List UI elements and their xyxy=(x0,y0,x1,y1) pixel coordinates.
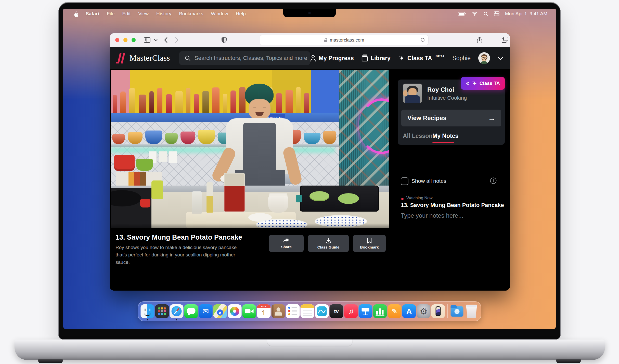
masterclass-mark-icon xyxy=(116,53,125,63)
dock-trash-icon[interactable] xyxy=(465,304,479,318)
menu-view[interactable]: View xyxy=(138,11,149,17)
dock-appstore-icon[interactable]: A xyxy=(402,304,416,318)
sparkle-icon xyxy=(472,81,477,86)
red-basket xyxy=(114,155,135,171)
back-button[interactable] xyxy=(164,37,167,43)
safari-running-dot xyxy=(176,319,177,320)
glass-carafe xyxy=(192,191,202,214)
dock-launchpad-icon[interactable] xyxy=(155,304,169,318)
dock-facetime-icon[interactable] xyxy=(242,304,256,318)
facetime-camera xyxy=(308,12,311,14)
menu-edit[interactable]: Edit xyxy=(122,11,131,17)
dock-keynote-icon[interactable] xyxy=(359,304,372,318)
current-lesson-title: 13. Savory Mung Bean Potato Pancake xyxy=(401,202,504,209)
red-cup xyxy=(140,199,150,207)
account-chevron-icon[interactable] xyxy=(498,57,503,60)
video-bottom-vignette xyxy=(111,223,389,228)
watching-now-label: Watching Now xyxy=(406,196,433,200)
display-notch xyxy=(283,9,336,17)
lid-thumb-notch xyxy=(267,340,353,346)
menu-safari[interactable]: Safari xyxy=(86,11,99,17)
share-button[interactable]: Share xyxy=(269,235,304,252)
view-recipes-button[interactable]: View Recipes → xyxy=(401,110,501,126)
reload-icon[interactable] xyxy=(420,37,425,42)
menu-date: Mon Apr 1 xyxy=(505,11,527,17)
nav-my-progress[interactable]: My Progress xyxy=(310,55,354,62)
sauce-bottles-shelf xyxy=(113,75,337,113)
dock-calendar-icon[interactable]: APR 1 xyxy=(257,304,271,318)
dock-downloads-icon[interactable]: ↓ xyxy=(450,304,464,318)
user-avatar[interactable] xyxy=(478,52,490,64)
show-all-notes-label: Show all notes xyxy=(411,178,446,184)
dock-freeform-icon[interactable] xyxy=(315,304,329,318)
green-bowls xyxy=(136,159,153,171)
dock-tv-icon[interactable]: tv xyxy=(330,304,343,318)
info-icon[interactable] xyxy=(490,177,497,184)
sidebar-toggle-icon[interactable] xyxy=(144,37,150,43)
tab-my-notes[interactable]: My Notes xyxy=(432,133,458,139)
dock-notes-icon[interactable] xyxy=(301,304,314,318)
minimize-window-button[interactable] xyxy=(123,38,127,42)
instructor-photo xyxy=(403,84,422,103)
bowl-stack xyxy=(268,196,288,213)
share-icon[interactable] xyxy=(477,36,482,44)
lesson-title: 13. Savory Mung Bean Potato Pancake xyxy=(115,233,242,241)
menu-file[interactable]: File xyxy=(107,11,115,17)
control-center-icon[interactable] xyxy=(494,11,499,16)
shelf-edge-banner xyxy=(111,113,340,122)
active-tab-underline xyxy=(432,142,454,143)
bookmark-icon xyxy=(367,238,372,243)
macbook-foot-right xyxy=(556,359,581,363)
new-tab-icon[interactable] xyxy=(491,37,496,43)
menu-clock[interactable]: Mon Apr 1 9:41 AM xyxy=(505,11,547,17)
privacy-shield-icon[interactable] xyxy=(221,37,227,44)
dock-contacts-icon[interactable] xyxy=(272,304,285,318)
dock-photos-icon[interactable] xyxy=(228,304,242,318)
wifi-icon[interactable] xyxy=(472,11,478,16)
address-bar[interactable]: masterclass.com xyxy=(260,35,429,45)
nav-class-ta[interactable]: Class TABETA xyxy=(398,55,445,62)
masterclass-logo[interactable]: MasterClass xyxy=(110,53,170,63)
beta-badge: BETA xyxy=(436,55,445,58)
dock-messages-icon[interactable] xyxy=(184,304,198,318)
dock-settings-icon[interactable]: ⚙ xyxy=(417,304,431,318)
search-placeholder: Search Instructors, Classes, Topics and … xyxy=(195,55,307,61)
chef-face xyxy=(249,99,270,120)
library-icon xyxy=(362,55,368,62)
class-ta-collapse-button[interactable]: « Class TA xyxy=(461,77,505,90)
bookmark-button[interactable]: Bookmark xyxy=(353,235,386,252)
battery-icon[interactable] xyxy=(458,12,466,16)
dock-pages-icon[interactable]: ✎ xyxy=(388,304,402,318)
search-input[interactable]: Search Instructors, Classes, Topics and … xyxy=(179,51,310,65)
dock-finder-icon[interactable] xyxy=(141,304,154,318)
address-bar-url: masterclass.com xyxy=(330,37,364,43)
dock-mail-icon[interactable]: ✉ xyxy=(199,304,213,318)
utensil-canister xyxy=(151,180,163,199)
dock-iphone-mirroring-icon[interactable] xyxy=(431,304,445,318)
nav-library[interactable]: Library xyxy=(362,55,391,62)
class-guide-button[interactable]: Class Guide xyxy=(308,235,349,252)
spotlight-search-icon[interactable] xyxy=(483,11,488,16)
zoom-window-button[interactable] xyxy=(132,38,136,42)
chef-apron-bib xyxy=(243,123,276,170)
dock-music-icon[interactable]: ♫ xyxy=(344,304,358,318)
video-player[interactable]: PAPER HAT xyxy=(111,70,389,228)
tab-all-lessons[interactable]: All Lessons xyxy=(403,133,436,139)
menu-window[interactable]: Window xyxy=(211,11,228,17)
menu-help[interactable]: Help xyxy=(236,11,246,17)
share-arrow-icon xyxy=(283,238,289,243)
sidebar-chevron-icon[interactable] xyxy=(154,39,158,41)
menu-history[interactable]: History xyxy=(156,11,171,17)
close-window-button[interactable] xyxy=(115,38,119,42)
forward-button[interactable] xyxy=(175,37,178,43)
notes-input-placeholder[interactable]: Type your notes here... xyxy=(401,212,463,219)
dock-numbers-icon[interactable] xyxy=(373,304,387,318)
menu-bookmarks[interactable]: Bookmarks xyxy=(179,11,203,17)
apple-menu-icon[interactable] xyxy=(73,11,78,17)
tab-overview-icon[interactable] xyxy=(502,37,508,43)
dock-safari-icon[interactable] xyxy=(170,304,184,318)
dock-maps-icon[interactable] xyxy=(213,304,227,318)
show-all-notes-checkbox[interactable] xyxy=(401,177,408,185)
dock-reminders-icon[interactable] xyxy=(286,304,300,318)
user-name: Sophie xyxy=(452,55,471,62)
